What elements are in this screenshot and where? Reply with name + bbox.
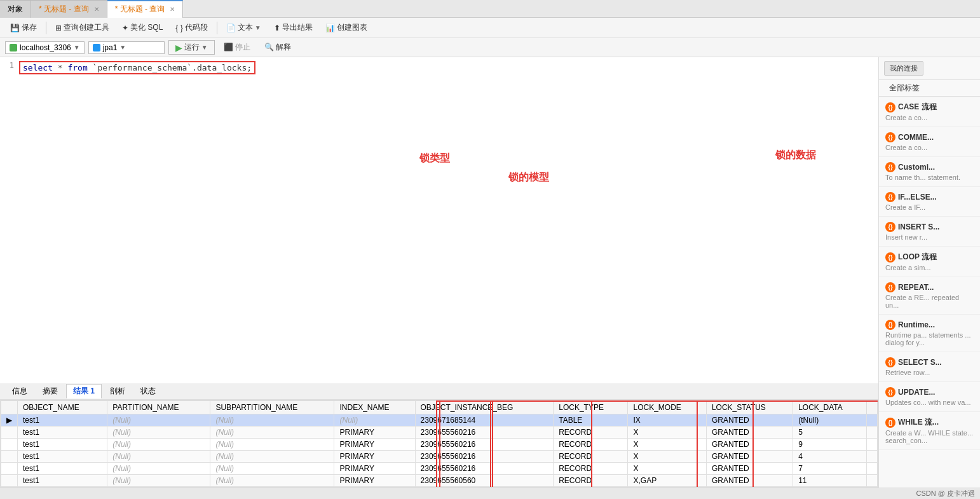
sql-text-star: * — [58, 63, 68, 72]
col-header-scrollbar — [867, 401, 878, 414]
col-header-lock-data[interactable]: LOCK_DATA — [793, 401, 867, 414]
cell-lock-mode: X — [628, 451, 706, 463]
cell-scroll — [867, 451, 878, 463]
annotation-overlay: 锁类型 锁的模型 锁的数据 — [0, 76, 878, 266]
run-button[interactable]: ▶ 运行 ▼ — [168, 40, 215, 55]
cell-partition-name: (Null) — [107, 451, 210, 463]
explain-button[interactable]: 🔍 解释 — [259, 41, 296, 54]
table-row[interactable]: test1(Null)(Null)PRIMARY2309655560216REC… — [1, 439, 878, 451]
sql-line-1: 1 select * from `performance_schema`.dat… — [0, 60, 878, 76]
snippet-icon: {} — [885, 418, 895, 428]
cell-subpartition-name: (Null) — [210, 427, 334, 439]
tab-status[interactable]: 状态 — [133, 384, 163, 399]
export-results-button[interactable]: ⬆ 导出结果 — [269, 20, 318, 35]
code-snippet-button[interactable]: { } 代码段 — [170, 20, 212, 35]
query-builder-button[interactable]: ⊞ 查询创建工具 — [50, 20, 114, 35]
tab-summary[interactable]: 摘要 — [36, 384, 65, 399]
snippet-title: {}REPEAT... — [885, 282, 974, 292]
cell-index-name: PRIMARY — [334, 463, 415, 475]
cell-lock-type: RECORD — [554, 475, 628, 487]
snippet-item[interactable]: {}Customi...To name th... statement. — [879, 157, 980, 187]
snippet-desc: Retrieve row... — [885, 369, 974, 376]
col-header-index-name[interactable]: INDEX_NAME — [334, 401, 415, 414]
main-area: 1 select * from `performance_schema`.dat… — [0, 57, 980, 488]
snippet-title-text: Customi... — [898, 163, 935, 172]
explain-label: 解释 — [276, 43, 291, 51]
snippet-item[interactable]: {}COMME...Create a co... — [879, 127, 980, 157]
col-header-lock-mode[interactable]: LOCK_MODE — [628, 401, 706, 414]
credit-text: CSDN @ 皮卡冲遇 — [916, 489, 975, 498]
row-arrow — [1, 451, 18, 463]
tab-info[interactable]: 信息 — [5, 384, 34, 399]
tab-query1-close[interactable]: ✕ — [94, 6, 99, 13]
table-row[interactable]: ▶test1(Null)(Null)(Null)2309671685144TAB… — [1, 414, 878, 427]
tab-query1[interactable]: * 无标题 - 查询 ✕ — [31, 0, 107, 18]
snippet-desc: Create a co... — [885, 144, 974, 151]
separator-2 — [217, 22, 217, 34]
snippet-item[interactable]: {}REPEAT...Create a RE... repeated un... — [879, 277, 980, 315]
cell-subpartition-name: (Null) — [210, 463, 334, 475]
tab-query2[interactable]: * 无标题 - 查询 ✕ — [107, 0, 184, 18]
table-row[interactable]: test1(Null)(Null)PRIMARY2309655560216REC… — [1, 463, 878, 475]
tab-profile[interactable]: 剖析 — [103, 384, 132, 399]
beautify-icon: ✦ — [122, 24, 128, 32]
stop-icon: ⬛ — [224, 43, 233, 51]
result-tabs: 信息 摘要 结果 1 剖析 状态 — [0, 383, 878, 400]
cell-object-instance: 2309655560216 — [415, 463, 554, 475]
col-header-empty — [1, 401, 18, 414]
tab-query2-close[interactable]: ✕ — [170, 6, 175, 13]
col-header-object-name[interactable]: OBJECT_NAME — [18, 401, 107, 414]
table-row[interactable]: test1(Null)(Null)PRIMARY2309655560216REC… — [1, 427, 878, 439]
snippet-item[interactable]: {}UPDATE...Updates co... with new va... — [879, 382, 980, 412]
cell-partition-name: (Null) — [107, 427, 210, 439]
my-connection-button[interactable]: 我的连接 — [884, 61, 923, 76]
cell-lock-mode: X — [628, 427, 706, 439]
text-button[interactable]: 📄 文本 ▼ — [221, 20, 266, 35]
cell-subpartition-name: (Null) — [210, 475, 334, 487]
right-panel: 我的连接 全部标签 {}CASE 流程Create a co...{}COMME… — [878, 57, 980, 488]
col-header-object-instance[interactable]: OBJECT_INSTANCE_BEG — [415, 401, 554, 414]
snippet-item[interactable]: {}Runtime...Runtime pa... statements ...… — [879, 315, 980, 352]
row-arrow — [1, 427, 18, 439]
col-header-lock-status[interactable]: LOCK_STATUS — [706, 401, 793, 414]
sql-editor[interactable]: 1 select * from `performance_schema`.dat… — [0, 57, 878, 383]
create-chart-button[interactable]: 📊 创建图表 — [320, 20, 372, 35]
sql-highlight-box: select * from `performance_schema`.data_… — [19, 61, 255, 74]
col-header-subpartition-name[interactable]: SUBPARTITION_NAME — [210, 401, 334, 414]
snippet-item[interactable]: {}SELECT S...Retrieve row... — [879, 352, 980, 382]
snippet-item[interactable]: {}CASE 流程Create a co... — [879, 97, 980, 127]
snippet-title: {}INSERT S... — [885, 222, 974, 232]
snippets-list: {}CASE 流程Create a co...{}COMME...Create … — [879, 97, 980, 488]
save-button[interactable]: 💾 保存 — [5, 20, 42, 35]
tab-objects[interactable]: 对象 — [0, 0, 31, 18]
table-row[interactable]: test1(Null)(Null)PRIMARY2309655560560REC… — [1, 475, 878, 487]
stop-button[interactable]: ⬛ 停止 — [219, 41, 255, 54]
export-icon: ⬆ — [274, 24, 280, 32]
all-tags-label: 全部标签 — [884, 83, 925, 92]
snippet-item[interactable]: {}WHILE 流...Create a W... WHILE state...… — [879, 412, 980, 450]
tab-result1[interactable]: 结果 1 — [66, 384, 102, 399]
db-status-dot — [93, 44, 100, 51]
database-selector[interactable]: jpa1 ▼ — [88, 41, 165, 54]
col-header-lock-type[interactable]: LOCK_TYPE — [554, 401, 628, 414]
cell-object-name: test1 — [18, 439, 107, 451]
snippet-title-text: COMME... — [898, 133, 934, 142]
cell-lock-status: GRANTED — [706, 414, 793, 427]
save-label: 保存 — [22, 22, 37, 33]
cell-index-name: PRIMARY — [334, 475, 415, 487]
cell-scroll — [867, 427, 878, 439]
snippet-title-text: CASE 流程 — [898, 102, 937, 113]
code-snippet-label: 代码段 — [185, 22, 208, 33]
toolbar: 💾 保存 ⊞ 查询创建工具 ✦ 美化 SQL { } 代码段 📄 文本 ▼ ⬆ … — [0, 18, 980, 38]
snippet-item[interactable]: {}LOOP 流程Create a sim... — [879, 247, 980, 277]
beautify-sql-button[interactable]: ✦ 美化 SQL — [117, 20, 168, 35]
stop-label: 停止 — [235, 43, 250, 51]
server-selector[interactable]: localhost_3306 ▼ — [5, 41, 85, 54]
table-row[interactable]: test1(Null)(Null)PRIMARY2309655560216REC… — [1, 451, 878, 463]
snippet-item[interactable]: {}IF...ELSE...Create a IF... — [879, 187, 980, 217]
col-header-partition-name[interactable]: PARTITION_NAME — [107, 401, 210, 414]
line-number-1: 1 — [0, 61, 19, 70]
table-body: ▶test1(Null)(Null)(Null)2309671685144TAB… — [1, 414, 878, 487]
snippet-item[interactable]: {}INSERT S...Insert new r... — [879, 217, 980, 247]
snippet-title-text: SELECT S... — [898, 358, 942, 367]
